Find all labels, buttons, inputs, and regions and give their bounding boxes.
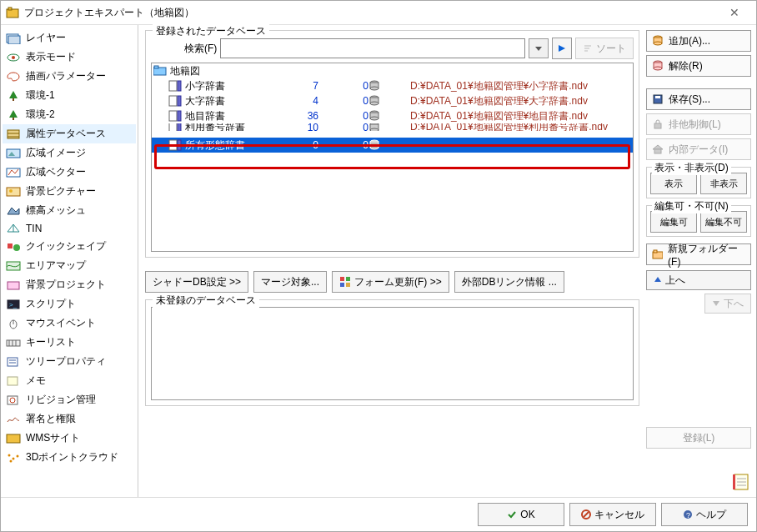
tree-row[interactable]: 利用番号辞書100D:¥DATA_01¥地籍図管理¥利用番号辞書.ndv (152, 123, 633, 131)
tree-row[interactable]: 大字辞書40D:¥DATA_01¥地籍図管理¥大字辞書.ndv (152, 93, 633, 108)
sidebar-item-elevation-mesh[interactable]: 標高メッシュ (3, 201, 136, 220)
remove-button[interactable]: 解除(R) (646, 55, 751, 77)
ok-button[interactable]: OK (478, 503, 564, 526)
dictionary-icon (168, 139, 182, 151)
vector-icon (6, 167, 21, 178)
svg-rect-71 (169, 140, 177, 150)
sidebar-item-areamap[interactable]: エリアマップ (3, 256, 136, 275)
layer-icon (6, 33, 21, 44)
sidebar-item-mouse-event[interactable]: マウスイベント (3, 314, 136, 333)
internal-data-button[interactable]: 内部データ(I) (646, 138, 751, 160)
db-add-icon (652, 35, 664, 47)
tree-row[interactable]: 小字辞書70D:¥DATA_01¥地籍図管理¥小字辞書.ndv (152, 78, 633, 93)
sidebar-item-bg-picture[interactable]: 背景ピクチャー (3, 182, 136, 201)
move-up-button[interactable]: 上へ (646, 270, 751, 290)
svg-point-22 (13, 244, 20, 251)
sidebar-item-wms[interactable]: WMSサイト (3, 429, 136, 448)
body: レイヤー 表示モード 描画パラメーター 環境-1 環境-2 属性データベース 広… (1, 25, 756, 497)
register-button[interactable]: 登録(L) (646, 427, 751, 449)
svg-point-41 (13, 457, 15, 459)
sidebar-item-tree-property[interactable]: ツリープロパティ (3, 352, 136, 371)
sidebar-item-label: ツリープロパティ (26, 354, 106, 369)
show-button[interactable]: 表示 (650, 173, 697, 194)
close-button[interactable]: ✕ (718, 6, 751, 19)
sidebar-item-quickshape[interactable]: クイックシェイプ (3, 237, 136, 256)
sidebar-item-revision[interactable]: リビジョン管理 (3, 390, 136, 409)
shadow-db-button[interactable]: シャドーDB設定 >> (145, 271, 248, 293)
svg-rect-29 (7, 340, 20, 346)
visibility-legend: 表示・非表示(D) (652, 161, 731, 175)
sidebar-item-label: 環境-2 (26, 108, 55, 122)
sidebar-item-memo[interactable]: メモ (3, 371, 136, 390)
svg-rect-3 (8, 36, 20, 44)
sidebar-item-attribute-db[interactable]: 属性データベース (3, 124, 136, 143)
exclusive-button[interactable]: 排他制御(L) (646, 113, 751, 135)
tree-row[interactable]: 地目辞書360D:¥DATA_01¥地籍図管理¥地目辞書.ndv (152, 108, 633, 123)
sidebar-item-label: WMSサイト (26, 431, 80, 445)
sidebar-item-display-mode[interactable]: 表示モード (3, 48, 136, 67)
script-icon: >_ (6, 299, 21, 310)
merge-target-button[interactable]: マージ対象... (253, 271, 327, 293)
sidebar-item-signature[interactable]: 署名と権限 (3, 409, 136, 429)
folder-open-icon (153, 65, 167, 77)
sidebar-item-layer[interactable]: レイヤー (3, 28, 136, 48)
sidebar-item-label: 標高メッシュ (26, 203, 86, 218)
notebook-icon[interactable] (731, 472, 751, 492)
shape-icon (6, 241, 21, 253)
search-dropdown[interactable] (529, 38, 549, 58)
add-button[interactable]: 追加(A)... (646, 30, 751, 52)
sidebar-item-draw-param[interactable]: 描画パラメーター (3, 67, 136, 86)
sidebar-item-label: レイヤー (26, 31, 66, 45)
sidebar-item-label: 背景プロジェクト (26, 278, 106, 292)
help-button[interactable]: ?ヘルプ (661, 503, 748, 526)
svg-rect-51 (169, 81, 177, 91)
svg-rect-9 (13, 118, 14, 120)
sidebar-item-wide-image[interactable]: 広域イメージ (3, 143, 136, 163)
db-tree[interactable]: 地籍図 小字辞書70D:¥DATA_01¥地籍図管理¥小字辞書.ndv 大字辞書… (151, 63, 634, 252)
sidebar-item-wide-vector[interactable]: 広域ベクター (3, 163, 136, 182)
tin-icon (6, 223, 21, 234)
svg-rect-16 (7, 188, 20, 196)
dict-path: D:¥DATA_01¥地籍図管理¥小字辞書.ndv (402, 79, 588, 93)
svg-rect-33 (8, 358, 18, 366)
svg-marker-8 (9, 110, 18, 118)
editable-button[interactable]: 編集可 (650, 211, 697, 233)
tree-icon (6, 109, 21, 121)
sort-button[interactable]: ソート (575, 38, 634, 59)
search-input[interactable] (220, 38, 525, 58)
sidebar-item-script[interactable]: >_スクリプト (3, 294, 136, 314)
svg-point-65 (370, 117, 378, 120)
dict-v2: 0 (318, 95, 368, 107)
hide-button[interactable]: 非表示 (700, 173, 747, 194)
tree-root-label: 地籍図 (167, 64, 200, 78)
svg-rect-56 (169, 96, 177, 106)
sidebar-item-tin[interactable]: TIN (3, 220, 136, 237)
sidebar-item-label: クイックシェイプ (26, 239, 106, 253)
svg-rect-61 (169, 111, 177, 121)
sidebar-item-keylist[interactable]: キーリスト (3, 333, 136, 352)
form-update-button[interactable]: フォーム更新(F) >> (332, 271, 449, 293)
search-go-button[interactable] (552, 38, 572, 59)
tree-row-selected[interactable]: 所有形態辞書00 (152, 138, 633, 153)
sidebar-item-env1[interactable]: 環境-1 (3, 86, 136, 105)
folder-icon (652, 248, 663, 260)
sidebar-item-3d-pointcloud[interactable]: 3Dポイントクラウド (3, 448, 136, 467)
save-button[interactable]: 保存(S)... (646, 88, 751, 110)
sidebar-item-bg-project[interactable]: 背景プロジェクト (3, 275, 136, 294)
eye-icon (6, 52, 21, 63)
db-cyl-icon (368, 80, 402, 92)
tree-root[interactable]: 地籍図 (152, 63, 633, 78)
svg-rect-66 (169, 123, 177, 131)
ext-db-link-button[interactable]: 外部DBリンク情報 ... (454, 271, 564, 293)
unregistered-list[interactable] (151, 307, 634, 400)
move-down-button[interactable]: 下へ (704, 294, 751, 314)
sidebar-item-env2[interactable]: 環境-2 (3, 105, 136, 124)
readonly-button[interactable]: 編集不可 (700, 211, 747, 233)
new-folder-button[interactable]: 新規フォルダー(F) (646, 243, 751, 265)
svg-rect-90 (654, 149, 661, 153)
cancel-button[interactable]: キャンセル (569, 503, 656, 526)
window-title: プロジェクトエキスパート（地籍図） (24, 6, 718, 20)
sidebar-item-label: 表示モード (26, 50, 76, 64)
unregistered-legend: 未登録のデータベース (153, 294, 259, 308)
areamap-icon (6, 260, 21, 272)
